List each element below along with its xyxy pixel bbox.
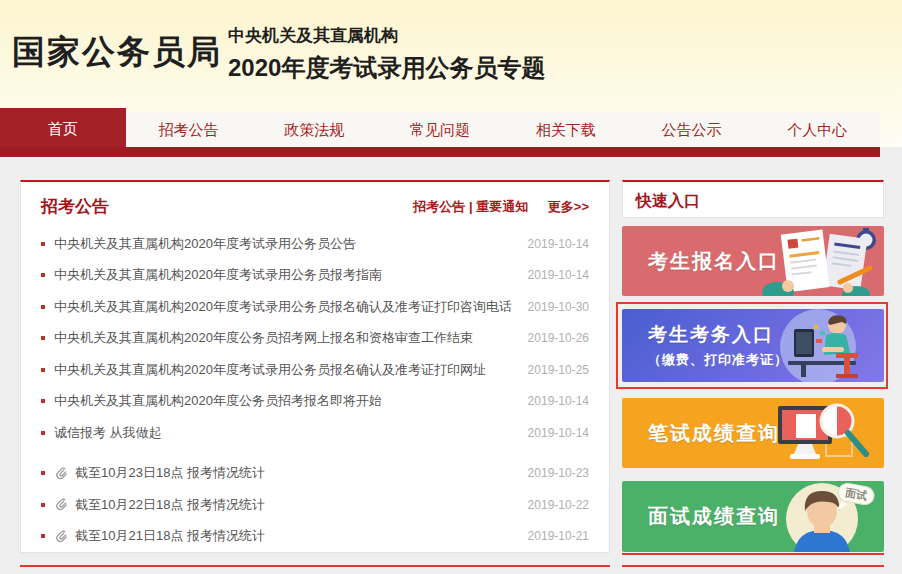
announcement-title[interactable]: 中央机关及其直属机构2020年度考试录用公务员报名确认及准考证打印网址 bbox=[54, 361, 518, 379]
quick-link-interview-score[interactable]: 面试成绩查询 面试 bbox=[622, 481, 884, 552]
subtitle-line1: 中央机关及其直属机构 bbox=[228, 24, 545, 47]
announcements-tab-links[interactable]: 招考公告 | 重要通知 bbox=[413, 199, 528, 214]
announcement-date: 2019-10-23 bbox=[528, 466, 589, 480]
announcement-row: 中央机关及其直属机构2020年度考试录用公务员报考指南 2019-10-14 bbox=[41, 260, 589, 292]
announcement-title[interactable]: 截至10月21日18点 报考情况统计 bbox=[75, 527, 518, 545]
announcement-row: 中央机关及其直属机构2020年度考试录用公务员报名确认及准考证打印咨询电话 20… bbox=[41, 291, 589, 323]
announcement-title[interactable]: 截至10月22日18点 报考情况统计 bbox=[75, 496, 518, 514]
announcement-title[interactable]: 中央机关及其直属机构2020年度公务员招考报名即将开始 bbox=[54, 392, 518, 410]
announcement-row: 截至10月22日18点 报考情况统计 2019-10-22 bbox=[41, 489, 589, 521]
announcement-date: 2019-10-30 bbox=[528, 300, 589, 314]
quick-link-exam-affairs[interactable]: 考生考务入口 （缴费、打印准考证） bbox=[622, 309, 884, 382]
paperclip-icon bbox=[54, 497, 69, 512]
announcement-title[interactable]: 中央机关及其直属机构2020年度公务员招考网上报名和资格审查工作结束 bbox=[54, 329, 518, 347]
bullet-icon bbox=[41, 273, 45, 277]
announcement-title[interactable]: 截至10月23日18点 报考情况统计 bbox=[75, 464, 518, 482]
bullet-icon bbox=[41, 399, 45, 403]
bullet-icon bbox=[41, 503, 45, 507]
quick-link-registration[interactable]: 考生报名入口 bbox=[622, 226, 884, 296]
nav-tab-announcements[interactable]: 招考公告 bbox=[126, 112, 252, 147]
main-nav: 首页 招考公告 政策法规 常见问题 相关下载 公告公示 个人中心 bbox=[0, 108, 880, 147]
announcement-row: 中央机关及其直属机构2020年度公务员招考报名即将开始 2019-10-14 bbox=[41, 386, 589, 418]
nav-tab-policies[interactable]: 政策法规 bbox=[251, 112, 377, 147]
nav-tab-profile[interactable]: 个人中心 bbox=[754, 112, 880, 147]
quick-entry-title: 快速入口 bbox=[623, 182, 883, 212]
announcement-row: 截至10月21日18点 报考情况统计 2019-10-21 bbox=[41, 521, 589, 553]
announcements-title: 招考公告 bbox=[41, 195, 109, 218]
bullet-icon bbox=[41, 305, 45, 309]
quick-link-interview-score-label: 面试成绩查询 bbox=[648, 503, 780, 530]
announcements-list: 中央机关及其直属机构2020年度考试录用公务员公告 2019-10-14 中央机… bbox=[21, 226, 609, 552]
announcement-date: 2019-10-14 bbox=[528, 268, 589, 282]
announcement-date: 2019-10-14 bbox=[528, 237, 589, 251]
bullet-icon bbox=[41, 431, 45, 435]
announcement-title[interactable]: 诚信报考 从我做起 bbox=[54, 424, 518, 442]
next-section-border-right bbox=[622, 565, 884, 567]
next-section-border-left bbox=[20, 565, 610, 567]
announcement-row: 中央机关及其直属机构2020年度考试录用公务员公告 2019-10-14 bbox=[41, 228, 589, 260]
nav-red-strip bbox=[0, 147, 880, 157]
nav-tab-faq[interactable]: 常见问题 bbox=[377, 112, 503, 147]
site-subtitle: 中央机关及其直属机构 2020年度考试录用公务员专题 bbox=[228, 24, 545, 84]
announcement-row: 中央机关及其直属机构2020年度考试录用公务员报名确认及准考证打印网址 2019… bbox=[41, 354, 589, 386]
bullet-icon bbox=[41, 471, 45, 475]
announcement-date: 2019-10-14 bbox=[528, 394, 589, 408]
announcement-date: 2019-10-26 bbox=[528, 331, 589, 345]
quick-link-written-score-label: 笔试成绩查询 bbox=[648, 420, 780, 447]
bullet-icon bbox=[41, 336, 45, 340]
paperclip-icon bbox=[54, 466, 69, 481]
announcements-header-links: 招考公告 | 重要通知 更多>> bbox=[413, 198, 589, 216]
quick-link-exam-affairs-sublabel: （缴费、打印准考证） bbox=[648, 351, 788, 369]
announcement-date: 2019-10-14 bbox=[528, 426, 589, 440]
more-link[interactable]: 更多>> bbox=[548, 199, 589, 214]
announcement-row: 诚信报考 从我做起 2019-10-14 bbox=[41, 417, 589, 449]
site-logo-text: 国家公务员局 bbox=[12, 30, 222, 75]
bullet-icon bbox=[41, 534, 45, 538]
nav-tab-home[interactable]: 首页 bbox=[0, 108, 126, 147]
bullet-icon bbox=[41, 242, 45, 246]
announcement-title[interactable]: 中央机关及其直属机构2020年度考试录用公务员报考指南 bbox=[54, 266, 518, 284]
nav-tab-downloads[interactable]: 相关下载 bbox=[503, 112, 629, 147]
announcement-date: 2019-10-22 bbox=[528, 498, 589, 512]
announcement-title[interactable]: 中央机关及其直属机构2020年度考试录用公务员公告 bbox=[54, 235, 518, 253]
announcement-row: 截至10月23日18点 报考情况统计 2019-10-23 bbox=[41, 458, 589, 490]
quick-entry-panel: 快速入口 bbox=[622, 180, 884, 218]
announcement-row: 中央机关及其直属机构2020年度公务员招考网上报名和资格审查工作结束 2019-… bbox=[41, 323, 589, 355]
announcement-date: 2019-10-25 bbox=[528, 363, 589, 377]
page: 国家公务员局 中央机关及其直属机构 2020年度考试录用公务员专题 首页 招考公… bbox=[0, 0, 902, 574]
announcements-panel-header: 招考公告 招考公告 | 重要通知 更多>> bbox=[21, 182, 609, 226]
bullet-icon bbox=[41, 368, 45, 372]
quick-link-exam-affairs-label: 考生考务入口 bbox=[648, 322, 788, 348]
paperclip-icon bbox=[54, 529, 69, 544]
next-section-border-under-banner bbox=[622, 553, 884, 555]
announcement-date: 2019-10-21 bbox=[528, 529, 589, 543]
announcements-panel: 招考公告 招考公告 | 重要通知 更多>> 中央机关及其直属机构2020年度考试… bbox=[20, 180, 610, 553]
nav-tab-notices[interactable]: 公告公示 bbox=[629, 112, 755, 147]
subtitle-line2: 2020年度考试录用公务员专题 bbox=[228, 52, 545, 84]
quick-link-registration-label: 考生报名入口 bbox=[648, 248, 780, 275]
announcement-title[interactable]: 中央机关及其直属机构2020年度考试录用公务员报名确认及准考证打印咨询电话 bbox=[54, 298, 518, 316]
quick-link-written-score[interactable]: 笔试成绩查询 bbox=[622, 398, 884, 468]
